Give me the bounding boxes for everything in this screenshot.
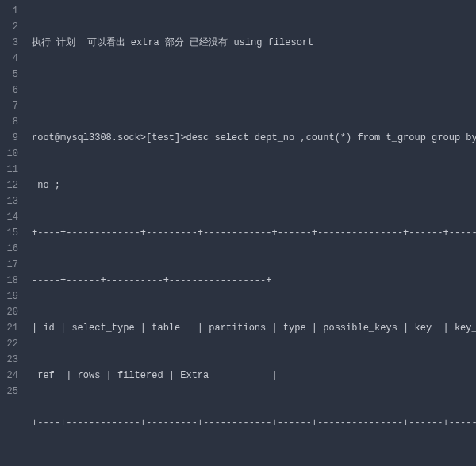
code-line: ref | rows | filtered | Extra | bbox=[32, 368, 476, 384]
line-number: 1 bbox=[0, 3, 18, 19]
code-line: -----+------+----------+----------------… bbox=[32, 463, 476, 466]
line-number bbox=[0, 463, 18, 466]
line-number: 3 bbox=[0, 35, 18, 51]
line-number: 10 bbox=[0, 146, 18, 162]
line-number: 13 bbox=[0, 193, 18, 209]
line-number: 25 bbox=[0, 384, 18, 399]
line-number: 20 bbox=[0, 304, 18, 320]
line-number: 17 bbox=[0, 257, 18, 273]
code-line: _no ; bbox=[32, 178, 476, 193]
code-line: root@mysql3308.sock>[test]>desc select d… bbox=[32, 130, 476, 146]
code-editor: 1 2 3 4 5 6 7 8 9 10 11 12 13 14 15 16 1… bbox=[0, 0, 476, 466]
line-number bbox=[0, 447, 18, 463]
line-number bbox=[0, 415, 18, 431]
line-number bbox=[0, 399, 18, 415]
line-number: 6 bbox=[0, 82, 18, 98]
code-line: 执行 计划 可以看出 extra 部分 已经没有 using filesort bbox=[32, 35, 476, 51]
code-area[interactable]: 执行 计划 可以看出 extra 部分 已经没有 using filesort … bbox=[25, 3, 476, 466]
line-number: 2 bbox=[0, 19, 18, 35]
line-number: 12 bbox=[0, 178, 18, 193]
line-number: 22 bbox=[0, 336, 18, 352]
line-number: 24 bbox=[0, 368, 18, 384]
line-number: 7 bbox=[0, 98, 18, 114]
line-number: 15 bbox=[0, 225, 18, 241]
line-number: 23 bbox=[0, 352, 18, 368]
line-number: 5 bbox=[0, 67, 18, 82]
line-number bbox=[0, 431, 18, 447]
code-line bbox=[32, 82, 476, 98]
line-number: 4 bbox=[0, 51, 18, 67]
code-line: +----+-------------+---------+----------… bbox=[32, 415, 476, 431]
line-number: 19 bbox=[0, 288, 18, 304]
line-number: 8 bbox=[0, 114, 18, 130]
line-number: 14 bbox=[0, 209, 18, 225]
code-line: | id | select_type | table | partitions … bbox=[32, 320, 476, 336]
line-number: 18 bbox=[0, 273, 18, 288]
line-number: 9 bbox=[0, 130, 18, 146]
line-number: 21 bbox=[0, 320, 18, 336]
line-number: 16 bbox=[0, 241, 18, 257]
code-line: +----+-------------+---------+----------… bbox=[32, 225, 476, 241]
line-number: 11 bbox=[0, 162, 18, 178]
code-line: -----+------+----------+----------------… bbox=[32, 273, 476, 288]
line-number-gutter: 1 2 3 4 5 6 7 8 9 10 11 12 13 14 15 16 1… bbox=[0, 3, 25, 466]
